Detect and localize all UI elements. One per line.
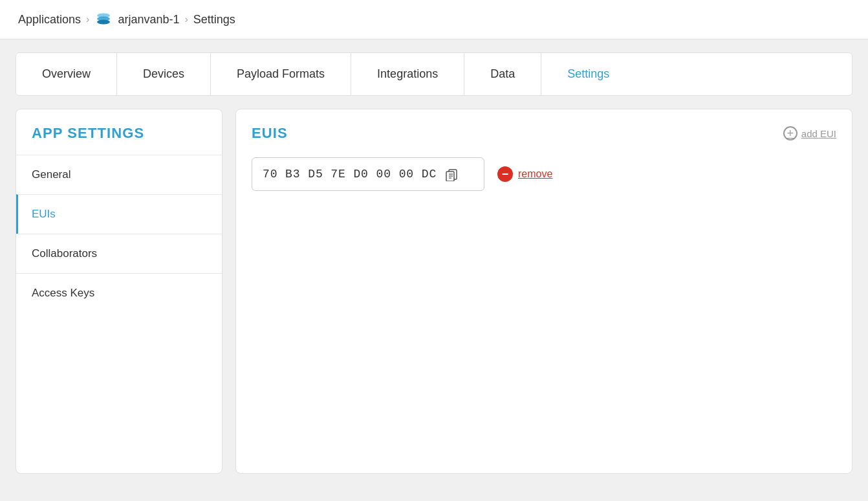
tab-payload-formats[interactable]: Payload Formats [211, 53, 351, 95]
tabs-container: Overview Devices Payload Formats Integra… [0, 39, 868, 96]
eui-row: 70 B3 D5 7E D0 00 00 DC − remove [252, 157, 836, 191]
breadcrumb-sep-1: › [86, 14, 89, 25]
breadcrumb-app-name[interactable]: arjanvanb-1 [118, 13, 179, 27]
header: Applications › arjanvanb-1 › Settings [0, 0, 868, 39]
clipboard-icon[interactable] [444, 167, 459, 181]
sidebar-item-euis[interactable]: EUIs [16, 194, 222, 234]
tab-settings[interactable]: Settings [541, 53, 635, 95]
breadcrumb-sep-2: › [184, 14, 188, 25]
content-card-header: EUIS + add EUI [252, 125, 836, 142]
tabs-bar: Overview Devices Payload Formats Integra… [16, 52, 852, 96]
remove-eui-button[interactable]: − remove [497, 166, 552, 182]
remove-label: remove [518, 168, 552, 180]
svg-point-2 [97, 20, 110, 25]
eui-value: 70 B3 D5 7E D0 00 00 DC [263, 168, 437, 181]
tab-data[interactable]: Data [464, 53, 541, 95]
breadcrumb-applications[interactable]: Applications [18, 13, 81, 27]
sidebar-item-collaborators[interactable]: Collaborators [16, 234, 222, 273]
sidebar-title: APP SETTINGS [16, 109, 222, 155]
app-stack-icon [94, 10, 113, 28]
tab-overview[interactable]: Overview [16, 53, 117, 95]
remove-icon: − [497, 166, 513, 182]
sidebar-item-general[interactable]: General [16, 155, 222, 194]
plus-icon: + [783, 126, 797, 140]
sidebar-item-access-keys[interactable]: Access Keys [16, 273, 222, 313]
sidebar-card: APP SETTINGS General EUIs Collaborators … [16, 109, 222, 474]
euis-title: EUIS [252, 125, 288, 142]
add-eui-button[interactable]: + add EUI [783, 126, 836, 140]
add-eui-label: add EUI [801, 128, 836, 139]
breadcrumb-current: Settings [193, 13, 235, 27]
eui-input-box: 70 B3 D5 7E D0 00 00 DC [252, 157, 484, 191]
tab-devices[interactable]: Devices [117, 53, 211, 95]
content-card: EUIS + add EUI 70 B3 D5 7E D0 00 00 DC [235, 109, 852, 474]
main-content: APP SETTINGS General EUIs Collaborators … [0, 96, 868, 487]
tab-integrations[interactable]: Integrations [351, 53, 464, 95]
